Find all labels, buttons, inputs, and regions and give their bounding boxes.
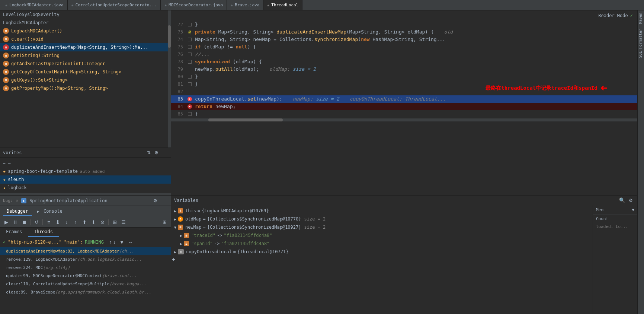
expand-newmap[interactable]: ▼ <box>174 225 176 229</box>
thread-filter-btn[interactable]: ▼ <box>119 240 124 245</box>
mem-panel: Mem ▼ Count loaded. Lo... <box>593 205 637 314</box>
thread-expand-btn[interactable]: ↔ <box>128 240 133 245</box>
expand-spanid[interactable]: ▶ <box>180 242 182 246</box>
variables-settings-btn[interactable]: ⚙ <box>627 197 634 204</box>
stop-btn[interactable]: ⏹ <box>20 218 28 226</box>
frame-item-2[interactable]: remove:224, MDC (org.slf4j) <box>0 263 171 272</box>
var-val-traceid: "f1a021145ffdc4a8" <box>224 233 272 238</box>
frame-item-4[interactable]: close:110, CorrelationUpdateScope$Multip… <box>0 280 171 288</box>
var-val-cotl: {ThreadLocal@10771} <box>237 249 288 254</box>
debug-close-x[interactable]: × <box>16 198 19 203</box>
settings-btn2[interactable]: ☰ <box>119 218 128 226</box>
frame-source: (ch... <box>119 249 134 254</box>
show-frames-btn[interactable]: ≡ <box>45 218 53 226</box>
frame-item-3[interactable]: update:99, MDCScopeDecorator$MDCContext … <box>0 272 171 280</box>
code-line-84: 84 ▶ return newMap; <box>171 103 637 110</box>
favorites-settings-btn[interactable]: ⚙ <box>153 150 160 155</box>
var-arrow1: -> <box>217 233 222 238</box>
step-over-btn[interactable]: ⬇ <box>54 218 62 226</box>
member-clear[interactable]: m clear():void <box>0 35 171 43</box>
scroll-thumb[interactable] <box>168 25 171 48</box>
member-getproperty[interactable]: m getPropertyMap():Map<String, String> <box>0 84 171 92</box>
expand-traceid[interactable]: ▶ <box>180 234 182 238</box>
frame-source4: (brave.cont... <box>102 273 137 278</box>
breakpoint-icon2[interactable]: ▶ <box>188 104 192 109</box>
var-copyonthreadlocal[interactable]: ▶ ∞ copyOnThreadLocal = {ThreadLocal@107… <box>171 248 593 256</box>
force-step-over-btn[interactable]: ⊘ <box>98 218 106 226</box>
add-watch-btn[interactable]: + <box>171 256 176 264</box>
fav-item-logback[interactable]: ★ logback <box>0 184 171 192</box>
frame-item-5[interactable]: close:99, BraveScope (org.springframewor… <box>0 288 171 296</box>
expand-cotl[interactable]: ▶ <box>174 250 176 254</box>
fav-item-spring[interactable]: ★ spring-boot-feign-template auto-added <box>0 167 171 175</box>
var-name-this: this <box>185 208 196 213</box>
tab-mdc[interactable]: ☕ MDCScopeDecorator.java <box>161 0 227 10</box>
member-get[interactable]: m get(String):String <box>0 51 171 60</box>
resume-btn[interactable]: ▶ <box>2 218 10 226</box>
search-icon[interactable]: 🔍 <box>619 197 625 203</box>
method-icon-selected: m <box>3 44 9 50</box>
h-scroll-thumb[interactable] <box>208 118 283 121</box>
breakpoint-icon[interactable]: ▶ <box>188 97 192 101</box>
var-spanid[interactable]: ▶ ≡ "spanId" -> "f1a021145ffdc4a8" ← <box>171 240 593 248</box>
sidebar-maven[interactable]: Maven <box>638 10 644 26</box>
tab-threadlocal[interactable]: ☕ ThreadLocal <box>263 0 302 10</box>
fav-name: spring-boot-feign-template <box>8 169 78 174</box>
mem-loaded: loaded. Lo... <box>593 223 637 231</box>
member-getcopy[interactable]: m getCopyOfContextMap():Map<String, Stri… <box>0 68 171 76</box>
expand-oldmap[interactable]: ▶ <box>174 217 176 221</box>
mem-label: Mem <box>596 207 603 212</box>
line-gutter: @ <box>186 28 193 36</box>
scrollbar[interactable] <box>168 10 171 148</box>
line-content: } <box>193 21 637 28</box>
fav-item-pencil[interactable]: ✏ — <box>0 159 171 167</box>
evaluate-btn[interactable]: ⬇ <box>89 218 97 226</box>
h-scrollbar[interactable] <box>171 118 637 121</box>
step-out-btn[interactable]: ↑ <box>71 218 80 226</box>
tab-logback[interactable]: ☕ LogbackMDCAdapter.java <box>1 0 68 10</box>
tab-threads[interactable]: Threads <box>28 228 59 237</box>
star-icon3: ★ <box>3 185 6 190</box>
mem-expand[interactable]: ▼ <box>632 207 634 212</box>
run-to-cursor-btn[interactable]: ⬆ <box>80 218 89 226</box>
member-logbackmdc[interactable]: LogbackMDCAdapter <box>0 19 171 27</box>
expand-this[interactable]: ▶ <box>174 209 176 213</box>
step-into-btn[interactable]: ↓ <box>63 218 71 226</box>
var-oldmap[interactable]: ▶ p oldMap = {Collections$SynchronizedMa… <box>171 215 593 223</box>
reader-mode-label[interactable]: Reader Mode <box>598 13 628 18</box>
callout-arrow: ➜ <box>600 84 608 92</box>
tab-console[interactable]: ▶ Console <box>33 207 66 216</box>
var-name-newmap: newMap <box>185 225 201 230</box>
frame-text2: remove:224, MDC <box>6 265 43 270</box>
tab-brave[interactable]: ☕ Brave.java <box>227 0 263 10</box>
tab-frames[interactable]: Frames <box>0 228 28 237</box>
var-traceid[interactable]: ▶ ≡ "traceId" -> "f1a021145ffdc4a8" <box>171 231 593 240</box>
member-getkeys[interactable]: m getKeys():Set<String> <box>0 76 171 84</box>
threads-label: Threads <box>34 229 53 234</box>
frame-item-0[interactable]: duplicateAndInsertNewMap:83, LogbackMDCA… <box>0 247 171 255</box>
thread-up-btn[interactable]: ↑ <box>109 239 112 245</box>
favorites-collapse-btn[interactable]: — <box>161 150 168 155</box>
var-this[interactable]: ▶ t this = {LogbackMDCAdapter@10769} <box>171 207 593 215</box>
method-icon: m <box>3 53 9 58</box>
debug-collapse-btn[interactable]: — <box>160 197 168 204</box>
frame-item-1[interactable]: remove:129, LogbackMDCAdapter (ch.qos.lo… <box>0 255 171 263</box>
thread-down-btn[interactable]: ↓ <box>113 239 116 245</box>
member-constructor[interactable]: m LogbackMDCAdapter() <box>0 27 171 35</box>
fav-item-sleuth[interactable]: ★ sleuth <box>0 175 171 184</box>
member-getandset[interactable]: m getAndSetLastOperation(int):Integer <box>0 60 171 68</box>
rerun-btn[interactable]: ↺ <box>32 218 41 226</box>
tab-debugger[interactable]: Debugger <box>3 207 32 216</box>
code-line-82: 82 最终在threadLocal中记录traceId和spanId ➜ <box>171 88 637 95</box>
var-newmap[interactable]: ▼ ≡ newMap = {Collections$SynchronizedMa… <box>171 223 593 231</box>
layout-btn[interactable]: ⊞ <box>160 218 169 226</box>
member-leveltosyslog[interactable]: LevelToSyslogSeverity <box>0 10 171 19</box>
favorites-sort-btn[interactable]: ⇅ <box>146 150 152 155</box>
grid-btn[interactable]: ⊞ <box>110 218 119 226</box>
sidebar-sql[interactable]: SQL Formatter <box>638 26 644 60</box>
pause-btn[interactable]: ⏸ <box>11 218 19 226</box>
tab-correlation[interactable]: ☕ CorrelationUpdateScopeDecorato... <box>68 0 161 10</box>
right-sidebar: Maven SQL Formatter <box>637 10 644 314</box>
debug-settings-btn[interactable]: ⚙ <box>152 197 159 204</box>
member-duplicate[interactable]: m duplicateAndInsertNewMap(Map<String, S… <box>0 43 171 51</box>
